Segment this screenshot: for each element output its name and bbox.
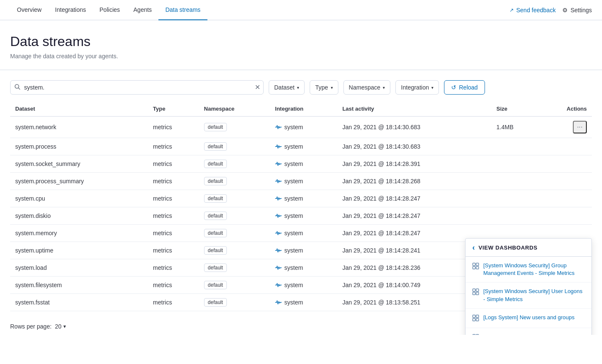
cell-namespace: default xyxy=(199,242,270,259)
pulse-icon xyxy=(275,160,282,167)
cell-type: metrics xyxy=(148,155,199,173)
type-filter-button[interactable]: Type ▾ xyxy=(310,80,338,95)
flyout-item[interactable]: [System Windows Security] Group Manageme… xyxy=(466,257,591,283)
table-row: system.cpu metrics default system Jan 29… xyxy=(10,190,592,207)
col-header-actions: Actions xyxy=(539,101,592,117)
cell-namespace: default xyxy=(199,173,270,190)
nav-item-data-streams[interactable]: Data streams xyxy=(158,0,207,20)
cell-type: metrics xyxy=(148,259,199,277)
cell-actions xyxy=(539,173,592,190)
namespace-badge: default xyxy=(204,160,227,168)
cell-namespace: default xyxy=(199,207,270,225)
cell-dataset: system.memory xyxy=(10,225,148,242)
settings-button[interactable]: ⚙ Settings xyxy=(562,7,592,14)
flyout-item-label: [Logs System] Sudo commands xyxy=(483,333,561,335)
namespace-badge: default xyxy=(204,194,227,203)
table-row: system.diskio metrics default system Jan… xyxy=(10,207,592,225)
col-header-integration: Integration xyxy=(270,101,337,117)
search-input[interactable] xyxy=(10,80,264,95)
namespace-badge: default xyxy=(204,281,227,289)
nav-item-policies[interactable]: Policies xyxy=(93,0,127,20)
cell-last-activity: Jan 29, 2021 @ 18:14:28.268 xyxy=(337,173,491,190)
svg-rect-2 xyxy=(473,263,475,266)
cell-integration: system xyxy=(270,173,337,190)
dataset-filter-button[interactable]: Dataset ▾ xyxy=(269,80,305,95)
settings-label: Settings xyxy=(570,7,592,14)
cell-type: metrics xyxy=(148,207,199,225)
cell-namespace: default xyxy=(199,155,270,173)
cell-dataset: system.socket_summary xyxy=(10,155,148,173)
table-container: Dataset Type Namespace Integration Last … xyxy=(0,95,602,318)
cell-size xyxy=(491,155,539,173)
integration-filter-button[interactable]: Integration ▾ xyxy=(395,80,439,95)
type-filter-label: Type xyxy=(315,84,328,91)
integration-name: system xyxy=(284,212,303,219)
cell-namespace: default xyxy=(199,259,270,277)
integration-name: system xyxy=(284,282,303,288)
namespace-filter-button[interactable]: Namespace ▾ xyxy=(343,80,391,95)
cell-dataset: system.uptime xyxy=(10,242,148,259)
flyout-back-button[interactable]: ‹ xyxy=(472,244,475,251)
integration-name: system xyxy=(284,195,303,202)
reload-label: Reload xyxy=(459,84,477,91)
nav-item-integrations[interactable]: Integrations xyxy=(48,0,93,20)
namespace-badge: default xyxy=(204,123,227,131)
cell-type: metrics xyxy=(148,242,199,259)
rows-per-page-select[interactable]: 20 ▾ xyxy=(55,323,66,330)
cell-dataset: system.load xyxy=(10,259,148,277)
rows-per-page-chevron-icon: ▾ xyxy=(63,323,66,329)
integration-name: system xyxy=(284,299,303,306)
flyout-panel: ‹ VIEW DASHBOARDS [System Windows Securi… xyxy=(465,238,592,335)
flyout-item[interactable]: [System Windows Security] User Logons - … xyxy=(466,283,591,308)
namespace-badge: default xyxy=(204,212,227,220)
flyout-item[interactable]: [Logs System] New users and groups xyxy=(466,309,591,328)
table-row: system.socket_summary metrics default sy… xyxy=(10,155,592,173)
integration-filter-label: Integration xyxy=(401,84,429,91)
flyout-item-label: [System Windows Security] User Logons - … xyxy=(483,288,585,303)
svg-rect-15 xyxy=(476,334,479,335)
cell-integration: system xyxy=(270,259,337,277)
gear-icon: ⚙ xyxy=(562,7,568,14)
nav-item-overview[interactable]: Overview xyxy=(10,0,48,20)
cell-size xyxy=(491,190,539,207)
cell-type: metrics xyxy=(148,117,199,138)
cell-last-activity: Jan 29, 2021 @ 18:14:28.391 xyxy=(337,155,491,173)
col-header-size: Size xyxy=(491,101,539,117)
actions-button[interactable]: ··· xyxy=(573,121,587,133)
integration-name: system xyxy=(284,247,303,254)
dashboard-icon xyxy=(472,315,479,323)
pulse-icon xyxy=(275,143,282,150)
cell-size xyxy=(491,207,539,225)
cell-last-activity: Jan 29, 2021 @ 18:14:28.247 xyxy=(337,207,491,225)
pulse-icon xyxy=(275,195,282,202)
search-clear-button[interactable]: ✕ xyxy=(255,84,260,91)
reload-icon: ↺ xyxy=(451,84,456,91)
dashboard-icon xyxy=(472,334,479,335)
col-header-type: Type xyxy=(148,101,199,117)
integration-name: system xyxy=(284,264,303,271)
cell-last-activity: Jan 29, 2021 @ 18:14:28.247 xyxy=(337,190,491,207)
cell-integration: system xyxy=(270,117,337,138)
flyout-item-label: [Logs System] New users and groups xyxy=(483,314,575,321)
svg-rect-11 xyxy=(476,315,479,318)
rows-per-page-value: 20 xyxy=(55,323,62,330)
cell-actions xyxy=(539,207,592,225)
cell-dataset: system.fsstat xyxy=(10,294,148,311)
table-header: Dataset Type Namespace Integration Last … xyxy=(10,101,592,117)
pulse-icon xyxy=(275,247,282,254)
top-navigation: Overview Integrations Policies Agents Da… xyxy=(0,0,602,20)
pulse-icon xyxy=(275,264,282,271)
flyout-item[interactable]: [Logs System] Sudo commands xyxy=(466,328,591,335)
nav-actions: ↗ Send feedback ⚙ Settings xyxy=(509,7,592,14)
table-row: system.network metrics default system Ja… xyxy=(10,117,592,138)
cell-namespace: default xyxy=(199,294,270,311)
svg-rect-3 xyxy=(476,263,479,266)
pulse-icon xyxy=(275,178,282,185)
send-feedback-link[interactable]: ↗ Send feedback xyxy=(509,7,556,14)
cell-integration: system xyxy=(270,190,337,207)
reload-button[interactable]: ↺ Reload xyxy=(444,80,485,95)
flyout-title: VIEW DASHBOARDS xyxy=(479,244,538,251)
pulse-icon xyxy=(275,230,282,236)
nav-item-agents[interactable]: Agents xyxy=(127,0,159,20)
svg-rect-12 xyxy=(473,318,475,321)
